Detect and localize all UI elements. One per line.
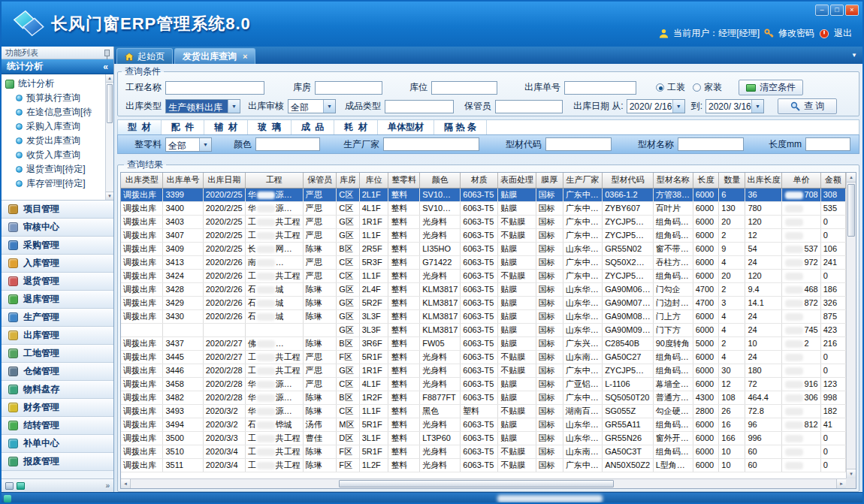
search-button[interactable]: 查 询 bbox=[778, 98, 837, 114]
clear-conditions-button[interactable]: 清空条件 bbox=[739, 80, 803, 95]
table-row[interactable]: 调拨出库34932020/3/2华源…陈琳C区1L1F整料黑色塑料不贴膜国标湖南… bbox=[121, 404, 846, 418]
column-header[interactable]: 生产厂家 bbox=[563, 173, 602, 188]
table-row[interactable]: G区3L3F整料KLM38176063-T5贴膜国标山东华…GA90M09…门下… bbox=[121, 323, 846, 337]
sidebar-item-reorder-center[interactable]: 补单中心 bbox=[2, 435, 113, 453]
column-header[interactable]: 表面处理 bbox=[498, 173, 536, 188]
dropdown-arrow-icon[interactable] bbox=[323, 100, 335, 113]
radio-jiazhuang[interactable]: 家装 bbox=[693, 81, 722, 94]
grid-view-icon[interactable] bbox=[17, 482, 25, 490]
tree-item[interactable]: 预算执行查询 bbox=[5, 91, 104, 105]
maximize-button[interactable]: □ bbox=[830, 5, 844, 16]
material-tab-5[interactable]: 成 品 bbox=[292, 120, 335, 134]
whole-part-select[interactable]: 全部 bbox=[165, 137, 212, 152]
table-row[interactable]: 调拨出库34822020/2/28华源…陈琳B区1R2F整料F8877FT606… bbox=[121, 391, 846, 404]
tree-item[interactable]: 发货出库查询 bbox=[5, 134, 104, 148]
chevron-more-icon[interactable]: » bbox=[105, 481, 110, 490]
table-row[interactable]: 调拨出库34292020/2/26石城陈琳G区5R2F整料KLM38176063… bbox=[121, 296, 846, 309]
product-type-input[interactable] bbox=[385, 100, 454, 113]
column-header[interactable]: 膜厚 bbox=[536, 173, 563, 188]
sidebar-item-stock-return[interactable]: 退库管理 bbox=[2, 291, 113, 309]
material-tab-2[interactable]: 配 件 bbox=[162, 120, 205, 134]
column-header[interactable]: 库位 bbox=[359, 173, 388, 188]
tree-scroll-thumb[interactable] bbox=[107, 84, 113, 123]
grid-horizontal-scrollbar[interactable]: ◄ ► bbox=[121, 478, 846, 488]
minimize-button[interactable]: – bbox=[815, 5, 829, 16]
tree-item[interactable]: 在途信息查询[待 bbox=[5, 105, 104, 119]
date-from-picker[interactable]: 2020/ 2/16 bbox=[627, 99, 685, 113]
dropdown-arrow-icon[interactable] bbox=[199, 138, 211, 151]
column-header[interactable]: 保管员 bbox=[303, 173, 337, 188]
tab-shipping-outbound-query[interactable]: 发货出库查询 × bbox=[174, 48, 255, 64]
dropdown-arrow-icon[interactable] bbox=[751, 100, 763, 113]
table-row[interactable]: 调拨出库34072020/2/25工共工程严思G区1L1F整料光身料6063-T… bbox=[121, 228, 846, 242]
table-row[interactable]: 调拨出库34092020/2/25长网…陈琳B区2R5F整料LI35HO6063… bbox=[121, 242, 846, 255]
sidebar-item-returns[interactable]: 退货管理 bbox=[2, 273, 113, 291]
column-header[interactable]: 出库单号 bbox=[163, 173, 203, 188]
warehouse-input[interactable] bbox=[315, 81, 382, 95]
table-row[interactable]: 调拨出库33992020/2/25华源…严思C区2L1F整料SV10…6063-… bbox=[121, 188, 846, 201]
scroll-left-icon[interactable]: ◄ bbox=[121, 479, 131, 488]
sidebar-item-inventory-count[interactable]: 物料盘存 bbox=[2, 381, 113, 399]
table-row[interactable]: 调拨出库34372020/2/27佛…陈琳B区3R6F整料FW056063-T5… bbox=[121, 337, 846, 350]
table-row[interactable]: 调拨出库34032020/2/25工共工程严思G区1R1F整料光身料6063-T… bbox=[121, 215, 846, 228]
location-input[interactable] bbox=[431, 81, 497, 95]
project-name-input[interactable] bbox=[165, 81, 264, 95]
column-header[interactable]: 颜色 bbox=[420, 173, 461, 188]
dropdown-arrow-icon[interactable] bbox=[228, 100, 240, 113]
length-input[interactable] bbox=[805, 137, 850, 151]
table-row[interactable]: 调拨出库34452020/2/27工共工程严思F区5R1F整料光身料6063-T… bbox=[121, 350, 846, 364]
sidebar-item-warehouse[interactable]: 仓储管理 bbox=[2, 363, 113, 381]
column-header[interactable]: 出库日期 bbox=[203, 173, 245, 188]
outbound-type-select[interactable]: 生产领料出库 bbox=[165, 99, 240, 113]
radio-gongzhuang[interactable]: 工装 bbox=[656, 81, 685, 94]
tree-scrollbar[interactable]: ▲ ▼ bbox=[105, 74, 113, 200]
pin-icon[interactable] bbox=[104, 50, 110, 56]
sidebar-item-project-management[interactable]: 项目管理 bbox=[2, 201, 113, 219]
sidebar-item-site-management[interactable]: 工地管理 bbox=[2, 345, 113, 363]
tree-item[interactable]: 收货入库查询 bbox=[5, 148, 104, 162]
tree-root[interactable]: 统计分析 bbox=[5, 77, 104, 91]
monitor-icon[interactable] bbox=[5, 482, 14, 490]
table-row[interactable]: 调拨出库34942020/3/2石铧城汤伟M区5R1F整料光身料6063-T5贴… bbox=[121, 418, 846, 431]
column-header[interactable]: 出库类型 bbox=[121, 173, 163, 188]
profile-code-input[interactable] bbox=[545, 137, 612, 151]
material-tab-6[interactable]: 耗 材 bbox=[334, 120, 378, 134]
grid-vscroll-thumb[interactable] bbox=[847, 184, 855, 237]
keeper-input[interactable] bbox=[495, 100, 563, 113]
tree-item[interactable]: 退货查询[待定] bbox=[5, 162, 104, 177]
column-header[interactable]: 出库长度 bbox=[745, 173, 782, 188]
table-row[interactable]: 调拨出库34302020/2/26石城陈琳G区3L3F整料KLM38176063… bbox=[121, 309, 846, 323]
scroll-down-icon[interactable]: ▼ bbox=[106, 192, 113, 200]
material-tab-1[interactable]: 型 材 bbox=[118, 120, 162, 134]
table-row[interactable]: 调拨出库35102020/3/4工共工程陈琳F区5R1F整料光身料6063-T5… bbox=[121, 445, 846, 458]
column-header[interactable]: 工程 bbox=[245, 173, 303, 188]
column-header[interactable]: 库房 bbox=[337, 173, 359, 188]
close-button[interactable]: × bbox=[845, 5, 859, 16]
change-password-link[interactable]: 修改密码 bbox=[778, 27, 814, 40]
material-tab-4[interactable]: 玻 璃 bbox=[248, 120, 292, 134]
outbound-order-input[interactable] bbox=[564, 81, 636, 95]
table-row[interactable]: 调拨出库34462020/2/28工共工程严思G区1R1F整料光身料6063-T… bbox=[121, 364, 846, 377]
outbound-audit-select[interactable]: 全部 bbox=[288, 99, 336, 113]
tab-overflow-icon[interactable]: ▼ bbox=[851, 52, 857, 59]
sidebar-item-purchasing[interactable]: 采购管理 bbox=[2, 237, 113, 255]
sidebar-item-finance[interactable]: 财务管理 bbox=[2, 399, 113, 417]
material-tab-3[interactable]: 辅 材 bbox=[204, 120, 248, 134]
logout-button[interactable]: 退出 bbox=[834, 27, 852, 40]
material-tab-8[interactable]: 隔 热 条 bbox=[434, 120, 487, 134]
date-to-picker[interactable]: 2020/ 3/16 bbox=[705, 99, 764, 113]
column-header[interactable]: 材质 bbox=[461, 173, 498, 188]
column-header[interactable]: 数量 bbox=[719, 173, 745, 188]
collapse-chevron-icon[interactable]: « bbox=[103, 62, 108, 72]
column-header[interactable]: 长度 bbox=[693, 173, 719, 188]
material-tab-7[interactable]: 单体型材 bbox=[378, 120, 434, 134]
table-row[interactable]: 调拨出库34582020/2/28华源…严思C区4L1F整料光身料6063-T5… bbox=[121, 377, 846, 391]
color-input[interactable] bbox=[255, 137, 320, 151]
sidebar-item-outbound[interactable]: 出库管理 bbox=[2, 327, 113, 345]
column-header[interactable]: 单价 bbox=[782, 173, 820, 188]
grid-hscroll-thumb[interactable] bbox=[339, 480, 615, 487]
table-row[interactable]: 调拨出库34242020/2/26工共工程严思C区1L1F整料光身料6063-T… bbox=[121, 269, 846, 282]
tree-item[interactable]: 采购入库查询 bbox=[5, 119, 104, 134]
sidebar-item-carryover[interactable]: 结转管理 bbox=[2, 417, 113, 435]
manufacturer-input[interactable] bbox=[383, 137, 479, 151]
